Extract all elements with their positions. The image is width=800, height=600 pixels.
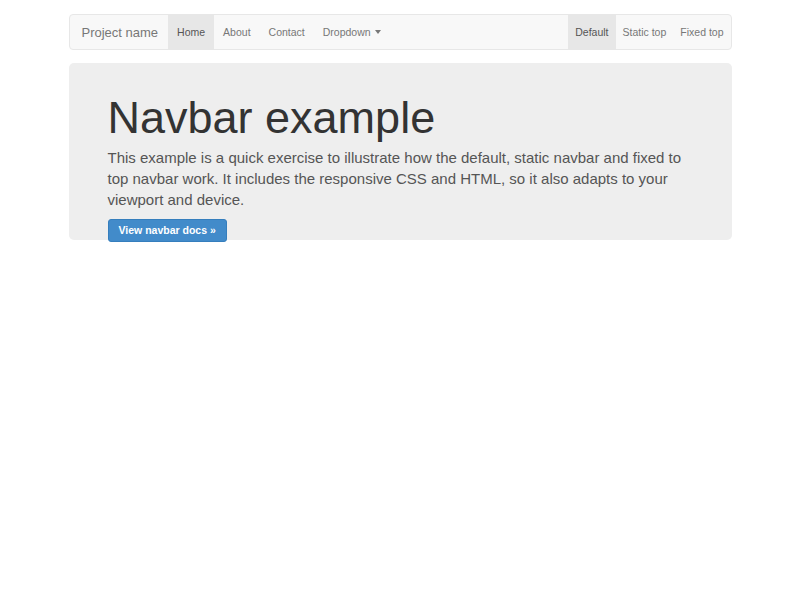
nav-item-home-label: Home [177,26,205,38]
navbar-brand[interactable]: Project name [70,15,169,49]
nav-item-static-top-label: Static top [623,26,667,38]
jumbotron: Navbar example This example is a quick e… [69,63,732,240]
caret-down-icon [375,30,381,34]
nav-item-static-top[interactable]: Static top [616,15,674,49]
nav-item-contact[interactable]: Contact [260,15,314,49]
view-navbar-docs-button[interactable]: View navbar docs » [108,219,227,242]
nav-item-home[interactable]: Home [168,15,214,49]
page-title: Navbar example [108,95,693,140]
nav-item-about[interactable]: About [214,15,259,49]
nav-item-contact-label: Contact [269,26,305,38]
navbar: Project name Home About Contact Dropdown… [69,14,732,50]
nav-item-fixed-top[interactable]: Fixed top [673,15,730,49]
nav-item-fixed-top-label: Fixed top [680,26,723,38]
nav-item-dropdown-label: Dropdown [323,26,371,38]
navbar-nav-right: Default Static top Fixed top [568,15,730,49]
navbar-nav-left: Home About Contact Dropdown [168,15,390,49]
jumbotron-description: This example is a quick exercise to illu… [108,147,693,210]
page: Project name Home About Contact Dropdown… [0,0,800,600]
nav-item-default-label: Default [575,26,608,38]
nav-item-dropdown[interactable]: Dropdown [314,15,390,49]
nav-item-default[interactable]: Default [568,15,615,49]
nav-item-about-label: About [223,26,250,38]
